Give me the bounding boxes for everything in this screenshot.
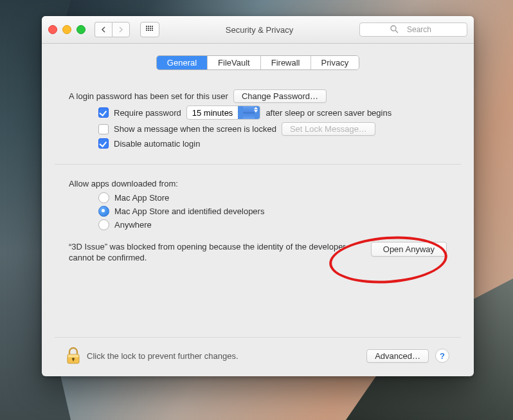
change-password-button[interactable]: Change Password… (233, 89, 327, 103)
radio-mas-identified[interactable] (98, 206, 109, 217)
window-traffic-lights (48, 25, 86, 34)
zoom-button[interactable] (76, 25, 86, 34)
tab-general[interactable]: General (157, 56, 208, 69)
search-input[interactable] (359, 23, 467, 37)
login-section: A login password has been set for this u… (55, 87, 461, 165)
nav-back-forward (94, 22, 130, 37)
require-password-delay-select[interactable]: 15 minutes (186, 105, 261, 120)
login-password-set-label: A login password has been set for this u… (69, 91, 228, 101)
gatekeeper-section: Allow apps downloaded from: Mac App Stor… (55, 165, 461, 264)
require-password-after-label: after sleep or screen saver begins (266, 108, 392, 118)
select-stepper-icon (238, 106, 260, 119)
svg-rect-3 (68, 355, 79, 358)
open-anyway-button[interactable]: Open Anyway (371, 242, 447, 257)
prefs-footer: Click the lock to prevent further change… (55, 337, 461, 374)
prefs-content: General FileVault Firewall Privacy A log… (42, 44, 474, 376)
chevron-right-icon (118, 26, 123, 33)
system-preferences-window: Security & Privacy General FileVault Fir… (42, 16, 474, 376)
gatekeeper-header: Allow apps downloaded from: (69, 179, 447, 188)
radio-mas-identified-label: Mac App Store and identified developers (114, 206, 264, 216)
require-password-checkbox[interactable] (98, 107, 109, 118)
svg-rect-5 (73, 359, 74, 361)
disable-auto-login-checkbox[interactable] (98, 138, 109, 149)
window-title: Security & Privacy (166, 25, 353, 35)
window-toolbar: Security & Privacy (42, 16, 474, 44)
tab-filevault[interactable]: FileVault (208, 56, 261, 69)
set-lock-message-button[interactable]: Set Lock Message… (282, 122, 375, 136)
radio-anywhere[interactable] (98, 219, 109, 230)
close-button[interactable] (48, 25, 57, 34)
lock-hint-label: Click the lock to prevent further change… (87, 351, 239, 361)
radio-mac-app-store[interactable] (98, 192, 109, 203)
tab-firewall[interactable]: Firewall (261, 56, 311, 69)
tab-privacy[interactable]: Privacy (311, 56, 359, 69)
chevron-left-icon (101, 26, 106, 33)
show-message-label: Show a message when the screen is locked (114, 124, 276, 134)
require-password-label: Require password (114, 108, 181, 118)
radio-mac-app-store-label: Mac App Store (114, 193, 169, 203)
blocked-app-message: “3D Issue” was blocked from opening beca… (69, 242, 362, 264)
disable-auto-login-label: Disable automatic login (114, 139, 200, 149)
require-password-delay-wrap: 15 minutes (186, 105, 261, 120)
show-message-checkbox[interactable] (98, 124, 109, 134)
search-field-wrap (359, 23, 467, 37)
lock-icon[interactable] (66, 347, 80, 365)
advanced-button[interactable]: Advanced… (366, 349, 429, 363)
tab-bar: General FileVault Firewall Privacy (156, 55, 359, 70)
minimize-button[interactable] (62, 25, 71, 34)
back-button[interactable] (94, 22, 112, 37)
grid-icon (146, 26, 154, 33)
help-button[interactable]: ? (435, 349, 449, 363)
show-all-button[interactable] (140, 22, 159, 37)
radio-anywhere-label: Anywhere (114, 220, 152, 230)
forward-button[interactable] (112, 22, 130, 37)
require-password-delay-value: 15 minutes (187, 108, 239, 118)
